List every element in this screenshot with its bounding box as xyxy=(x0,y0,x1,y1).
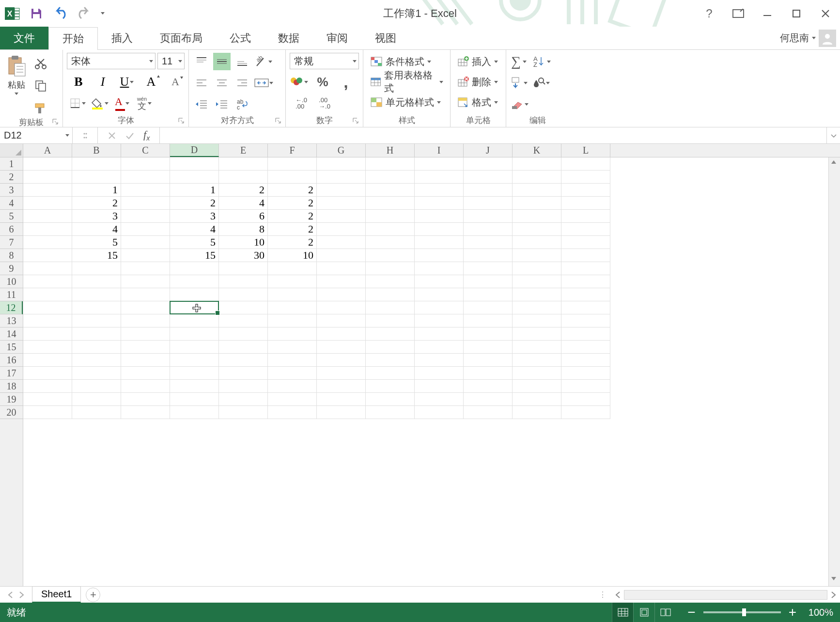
cell[interactable] xyxy=(415,210,464,223)
cell[interactable] xyxy=(464,184,513,197)
cell[interactable] xyxy=(23,367,72,380)
cell[interactable] xyxy=(561,367,610,380)
cell[interactable]: 30 xyxy=(219,249,268,262)
cell[interactable] xyxy=(513,354,561,367)
cell[interactable] xyxy=(268,341,317,354)
cell[interactable] xyxy=(513,249,561,262)
cell[interactable] xyxy=(170,171,219,184)
cell[interactable] xyxy=(268,171,317,184)
cell[interactable]: 2 xyxy=(268,197,317,210)
paste-button[interactable]: 粘贴 xyxy=(4,53,29,117)
cell[interactable] xyxy=(121,210,170,223)
align-middle-button[interactable] xyxy=(213,53,231,70)
cell[interactable] xyxy=(366,223,415,236)
phonetic-guide-button[interactable]: wén文 xyxy=(136,94,153,112)
decrease-font-button[interactable]: A xyxy=(167,73,184,91)
cell[interactable] xyxy=(366,184,415,197)
row-header[interactable]: 4 xyxy=(0,197,23,210)
cell[interactable] xyxy=(317,314,366,327)
clipboard-dialog-launcher[interactable] xyxy=(52,118,60,126)
cell[interactable] xyxy=(561,197,610,210)
cell[interactable] xyxy=(366,197,415,210)
row-header[interactable]: 1 xyxy=(0,157,23,171)
scroll-up-button[interactable] xyxy=(831,159,839,167)
cell[interactable] xyxy=(513,314,561,327)
cell[interactable] xyxy=(121,354,170,367)
cell[interactable] xyxy=(268,288,317,301)
alignment-dialog-launcher[interactable] xyxy=(275,117,282,125)
cell[interactable] xyxy=(415,367,464,380)
cell[interactable]: 1 xyxy=(170,184,219,197)
cell[interactable] xyxy=(72,380,121,393)
name-box[interactable]: D12 xyxy=(0,127,73,143)
cell[interactable] xyxy=(464,288,513,301)
expand-formula-bar[interactable] xyxy=(826,127,840,143)
cell[interactable] xyxy=(170,341,219,354)
cell[interactable] xyxy=(415,301,464,314)
cut-button[interactable] xyxy=(32,55,49,72)
cell[interactable] xyxy=(317,171,366,184)
cell[interactable] xyxy=(317,406,366,419)
user-account[interactable]: 何思南 xyxy=(780,27,840,49)
cell[interactable] xyxy=(121,406,170,419)
increase-indent-button[interactable] xyxy=(213,95,231,113)
cell[interactable] xyxy=(561,393,610,406)
cell[interactable] xyxy=(317,184,366,197)
redo-button[interactable] xyxy=(73,0,97,27)
column-header[interactable]: F xyxy=(268,144,317,157)
column-header[interactable]: K xyxy=(513,144,561,157)
cell[interactable] xyxy=(561,171,610,184)
cell[interactable] xyxy=(268,301,317,314)
cell[interactable] xyxy=(121,223,170,236)
cell[interactable]: 2 xyxy=(219,184,268,197)
column-header[interactable]: I xyxy=(415,144,464,157)
cell[interactable] xyxy=(561,236,610,249)
scroll-down-button[interactable] xyxy=(831,576,839,584)
cell[interactable] xyxy=(464,210,513,223)
cell[interactable] xyxy=(366,171,415,184)
cell[interactable] xyxy=(366,288,415,301)
cell[interactable] xyxy=(170,354,219,367)
cell[interactable]: 10 xyxy=(219,236,268,249)
cell[interactable] xyxy=(415,249,464,262)
underline-button[interactable]: U xyxy=(118,73,136,91)
column-header[interactable]: B xyxy=(72,144,121,157)
cell[interactable] xyxy=(268,380,317,393)
cell-styles-button[interactable]: 单元格样式 xyxy=(367,93,446,111)
cell[interactable] xyxy=(170,301,219,314)
cell[interactable]: 3 xyxy=(72,210,121,223)
align-top-button[interactable] xyxy=(193,53,210,70)
cell[interactable] xyxy=(464,249,513,262)
row-header[interactable]: 10 xyxy=(0,275,23,288)
cell[interactable] xyxy=(268,327,317,341)
cell[interactable] xyxy=(72,327,121,341)
copy-button[interactable] xyxy=(32,77,49,94)
tab-review[interactable]: 审阅 xyxy=(313,27,361,49)
cell[interactable]: 4 xyxy=(72,223,121,236)
excel-app-icon[interactable]: X xyxy=(0,0,24,27)
cell[interactable] xyxy=(23,327,72,341)
decrease-indent-button[interactable] xyxy=(193,95,210,113)
cell[interactable] xyxy=(121,393,170,406)
row-header[interactable]: 5 xyxy=(0,210,23,223)
select-all-triangle[interactable] xyxy=(0,144,23,157)
cell[interactable]: 2 xyxy=(268,210,317,223)
cell[interactable]: 6 xyxy=(219,210,268,223)
cell[interactable] xyxy=(366,354,415,367)
cell[interactable] xyxy=(317,223,366,236)
cell[interactable]: 2 xyxy=(72,197,121,210)
cell[interactable] xyxy=(72,262,121,275)
cell[interactable] xyxy=(415,171,464,184)
cell[interactable] xyxy=(513,327,561,341)
cell[interactable] xyxy=(121,197,170,210)
column-header[interactable]: H xyxy=(366,144,415,157)
cell[interactable] xyxy=(219,301,268,314)
cell[interactable] xyxy=(415,262,464,275)
zoom-slider-thumb[interactable] xyxy=(742,608,746,616)
fill-color-button[interactable] xyxy=(91,94,109,112)
decrease-decimal-button[interactable]: .00→.0 xyxy=(316,94,333,112)
cell[interactable] xyxy=(219,393,268,406)
cell[interactable] xyxy=(72,301,121,314)
sheet-nav-prev[interactable] xyxy=(7,591,14,599)
cell[interactable] xyxy=(317,327,366,341)
